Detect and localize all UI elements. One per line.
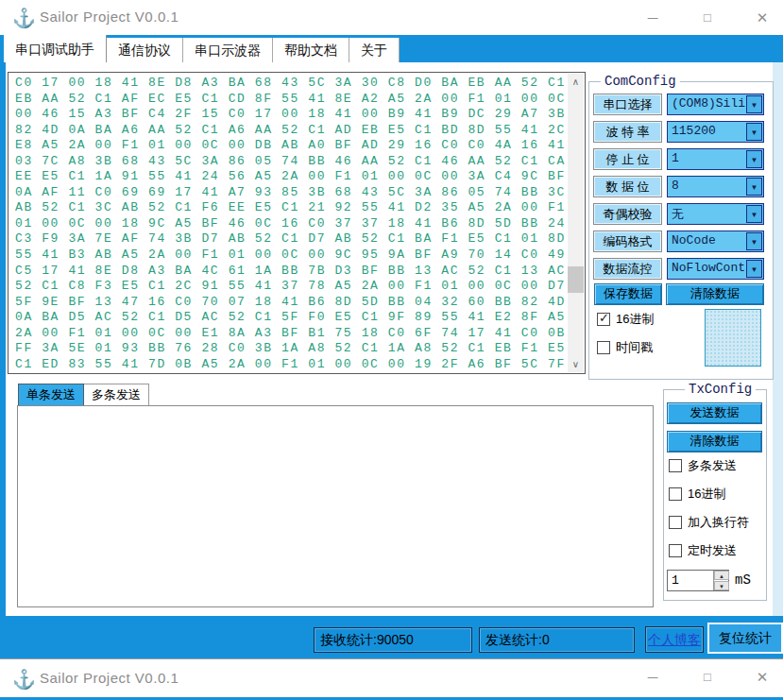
maximize-button[interactable]: □: [691, 659, 723, 697]
titlebar-bottom: ⚓ Sailor Project V0.0.1 ─ □ ✕: [0, 658, 783, 697]
checkbox-label: 16进制: [616, 311, 654, 328]
config-dropdown[interactable]: NoCode ▼: [667, 230, 764, 252]
chevron-down-icon[interactable]: ▼: [746, 232, 762, 250]
hex-line: E8 A5 2A 00 F1 01 00 0C 00 DB AB A0 BF A…: [15, 138, 566, 154]
checkbox-box[interactable]: ✓: [669, 516, 682, 529]
hex-line: AB 52 C1 3C AB 52 C1 F6 EE E5 C1 21 92 5…: [15, 200, 566, 216]
minimize-button[interactable]: ─: [637, 0, 669, 35]
hex-line: EB AA 52 C1 AF EC E5 C1 CD 8F 55 41 8E A…: [15, 92, 566, 108]
check-icon: ✓: [599, 311, 609, 325]
maximize-button[interactable]: □: [691, 0, 723, 35]
checkbox[interactable]: ✓ 多条发送: [669, 458, 737, 473]
send-tab[interactable]: 多条发送: [84, 384, 149, 405]
config-dropdown[interactable]: 8 ▼: [667, 176, 764, 197]
blog-link[interactable]: 个人博客: [648, 632, 701, 647]
dropdown-value: 8: [672, 179, 679, 193]
scrollbar[interactable]: ∧ ∨: [568, 74, 584, 372]
checkbox-box[interactable]: ✓: [669, 544, 682, 557]
config-label-button[interactable]: 数据流控: [593, 258, 662, 280]
minimize-button[interactable]: ─: [637, 659, 669, 697]
scrollbar-thumb[interactable]: [568, 266, 584, 293]
send-tab[interactable]: 单条发送: [18, 384, 84, 405]
checkbox-box[interactable]: ✓: [669, 459, 682, 472]
window-left-edge: [0, 62, 6, 616]
checkbox-label: 多条发送: [688, 457, 737, 474]
chevron-down-icon[interactable]: ▼: [746, 95, 762, 113]
hex-line: 0A BA D5 AC 52 C1 D5 AC 52 C1 5F F0 E5 C…: [15, 310, 566, 326]
reset-stats-button[interactable]: 复位统计: [707, 623, 783, 654]
tx-counter: 发送统计:0: [479, 627, 635, 653]
config-row: 波 特 率 115200 ▼: [589, 121, 774, 143]
spin-down-icon[interactable]: ▼: [714, 581, 729, 590]
interval-input[interactable]: 1 ▲ ▼: [667, 570, 729, 591]
tab[interactable]: 串口示波器: [183, 38, 273, 62]
checkbox[interactable]: ✓ 定时发送: [669, 543, 737, 558]
config-label-button[interactable]: 波 特 率: [593, 121, 662, 143]
config-label-button[interactable]: 奇偶校验: [593, 203, 662, 225]
config-dropdown[interactable]: 无 ▼: [667, 203, 764, 225]
checkbox-label: 时间戳: [616, 339, 653, 356]
hex-line: 0A AF 11 C0 69 69 17 41 A7 93 85 3B 68 4…: [15, 185, 566, 201]
checkbox-box[interactable]: ✓: [597, 313, 610, 326]
config-row: 编码格式 NoCode ▼: [589, 230, 774, 252]
tab[interactable]: 串口调试助手: [4, 35, 107, 62]
close-button[interactable]: ✕: [746, 659, 778, 697]
checkbox-label: 16进制: [688, 486, 725, 503]
window-right-edge: [773, 62, 783, 616]
config-dropdown[interactable]: 115200 ▼: [667, 121, 764, 143]
dropdown-value: NoFlowCont: [672, 261, 745, 275]
config-row: 停 止 位 1 ▼: [589, 148, 774, 170]
interval-stepper[interactable]: ▲ ▼: [713, 571, 728, 590]
hex-line: C0 17 00 18 41 8E D8 A3 BA 68 43 5C 3A 3…: [15, 76, 566, 92]
anchor-icon: ⚓: [12, 7, 36, 29]
dropdown-value: (COM8)Sili: [672, 96, 745, 111]
config-dropdown[interactable]: 1 ▼: [667, 148, 764, 170]
config-dropdown[interactable]: (COM8)Sili ▼: [667, 94, 764, 115]
hex-line: C5 17 41 8E D8 A3 BA 4C 61 1A BB 7B D3 B…: [15, 264, 566, 280]
hex-line: 00 46 15 A3 BF C4 2F 15 C0 17 00 18 41 0…: [15, 107, 566, 123]
chevron-down-icon[interactable]: ▼: [746, 205, 762, 223]
scrollbar-up-icon[interactable]: ∧: [568, 74, 584, 90]
checkbox[interactable]: ✓ 16进制: [669, 487, 725, 502]
config-row: 串口选择 (COM8)Sili ▼: [589, 94, 774, 115]
checkbox-label: 加入换行符: [688, 514, 749, 531]
dropdown-value: NoCode: [672, 233, 716, 248]
config-label-button[interactable]: 编码格式: [593, 230, 662, 252]
config-label-button[interactable]: 数 据 位: [593, 176, 662, 197]
checkbox-box[interactable]: ✓: [597, 341, 610, 354]
blog-link-box: 个人博客: [645, 626, 704, 653]
received-data-area[interactable]: C0 17 00 18 41 8E D8 A3 BA 68 43 5C 3A 3…: [8, 72, 586, 374]
config-label-button[interactable]: 串口选择: [593, 94, 662, 115]
checkbox[interactable]: ✓ 时间戳: [597, 340, 653, 355]
main-tab-strip: 串口调试助手通信协议串口示波器帮助文档关于: [0, 35, 783, 62]
hex-line: 52 C1 C8 F3 E5 C1 2C 91 55 41 37 78 A5 2…: [15, 279, 566, 295]
scrollbar-down-icon[interactable]: ∨: [568, 356, 584, 372]
tab[interactable]: 通信协议: [107, 38, 183, 62]
tab[interactable]: 关于: [349, 38, 400, 62]
tab[interactable]: 帮助文档: [273, 38, 349, 62]
chevron-down-icon[interactable]: ▼: [746, 150, 762, 168]
save-data-button[interactable]: 保存数据: [594, 283, 662, 305]
interval-value: 1: [672, 573, 679, 588]
send-input[interactable]: [17, 405, 654, 607]
clear-tx-button[interactable]: 清除数据: [667, 431, 762, 452]
chevron-down-icon[interactable]: ▼: [746, 260, 762, 278]
hex-line: C1 ED 83 55 41 7D 0B A5 2A 00 F1 01 00 0…: [15, 357, 566, 371]
chevron-down-icon[interactable]: ▼: [746, 123, 762, 141]
config-dropdown[interactable]: NoFlowCont ▼: [667, 258, 764, 280]
checkbox[interactable]: ✓ 加入换行符: [669, 515, 749, 530]
chevron-down-icon[interactable]: ▼: [746, 178, 762, 196]
hex-line: 03 7C A8 3B 68 43 5C 3A 86 05 74 BB 46 A…: [15, 154, 566, 170]
clear-rx-button[interactable]: 清除数据: [666, 283, 764, 305]
window-title: Sailor Project V0.0.1: [40, 670, 179, 686]
send-data-button[interactable]: 发送数据: [667, 402, 762, 424]
hex-line: C3 F9 3A 7E AF 74 3B D7 AB 52 C1 D7 AB 5…: [15, 231, 566, 248]
send-tabs: 单条发送多条发送: [18, 384, 149, 405]
hex-line: 2A 00 F1 01 00 0C 00 E1 8A A3 BF B1 75 1…: [15, 326, 566, 342]
spin-up-icon[interactable]: ▲: [714, 571, 729, 580]
checkbox-box[interactable]: ✓: [669, 487, 682, 501]
anchor-icon: ⚓: [12, 668, 36, 691]
config-label-button[interactable]: 停 止 位: [593, 148, 662, 170]
close-button[interactable]: ✕: [746, 0, 778, 35]
checkbox[interactable]: ✓ 16进制: [597, 312, 654, 327]
